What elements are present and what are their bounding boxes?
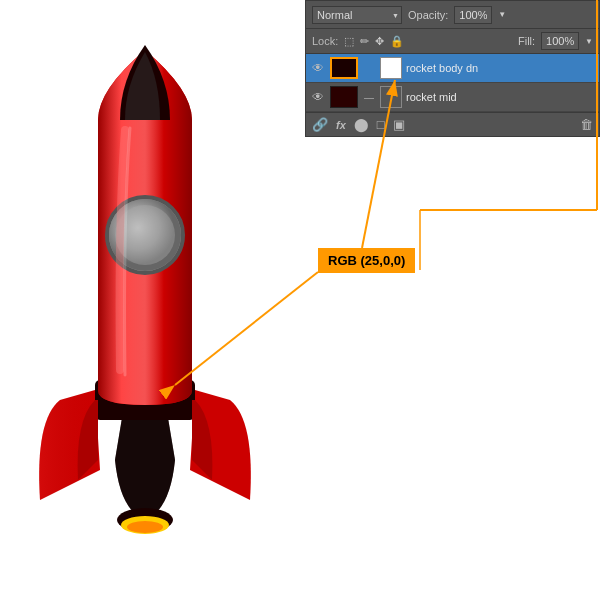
fx-icon[interactable]: fx — [336, 119, 346, 131]
delete-layer-icon[interactable]: 🗑 — [580, 117, 593, 132]
blend-mode-wrapper[interactable]: Normal — [312, 5, 402, 24]
layer-chain-1 — [362, 57, 376, 79]
link-layers-icon[interactable]: 🔗 — [312, 117, 328, 132]
opacity-arrow-icon: ▼ — [498, 10, 506, 19]
layer-thumb-1 — [330, 57, 358, 79]
new-fill-layer-icon[interactable]: ⬤ — [354, 117, 369, 132]
svg-point-2 — [127, 521, 163, 533]
layer-row-rocket-body[interactable]: 👁 rocket body dn — [306, 54, 599, 83]
lock-all-icon[interactable]: 🔒 — [390, 35, 404, 48]
layer-visibility-eye-1[interactable]: 👁 — [310, 60, 326, 76]
lock-brush-icon[interactable]: ✏ — [360, 35, 369, 48]
layer-thumb-2 — [330, 86, 358, 108]
opacity-input[interactable] — [454, 6, 492, 24]
layer-name-1: rocket body dn — [406, 62, 595, 74]
new-layer-icon[interactable]: ▣ — [393, 117, 405, 132]
layer-mask-2 — [380, 86, 402, 108]
layer-row-rocket-mid[interactable]: 👁 — rocket mid — [306, 83, 599, 112]
panel-bottom-bar: 🔗 fx ⬤ □ ▣ 🗑 — [306, 112, 599, 136]
fill-arrow-icon: ▼ — [585, 37, 593, 46]
layer-visibility-eye-2[interactable]: 👁 — [310, 89, 326, 105]
fill-label: Fill: — [518, 35, 535, 47]
layer-name-2: rocket mid — [406, 91, 595, 103]
lock-pixel-icon[interactable]: ⬚ — [344, 35, 354, 48]
panel-top-bar: Normal Opacity: ▼ — [306, 1, 599, 29]
layer-mask-1 — [380, 57, 402, 79]
rgb-label: RGB (25,0,0) — [328, 253, 405, 268]
blend-mode-select[interactable]: Normal — [312, 6, 402, 24]
new-layer-group-icon[interactable]: □ — [377, 117, 385, 132]
layer-chain-2: — — [362, 86, 376, 108]
lock-label-text: Lock: — [312, 35, 338, 47]
lock-move-icon[interactable]: ✥ — [375, 35, 384, 48]
fill-input[interactable] — [541, 32, 579, 50]
layers-panel: Normal Opacity: ▼ Lock: ⬚ ✏ ✥ 🔒 Fill: ▼ … — [305, 0, 600, 137]
rgb-annotation-box: RGB (25,0,0) — [318, 248, 415, 273]
rocket-illustration — [30, 20, 260, 590]
lock-bar: Lock: ⬚ ✏ ✥ 🔒 Fill: ▼ — [306, 29, 599, 54]
opacity-label: Opacity: — [408, 9, 448, 21]
